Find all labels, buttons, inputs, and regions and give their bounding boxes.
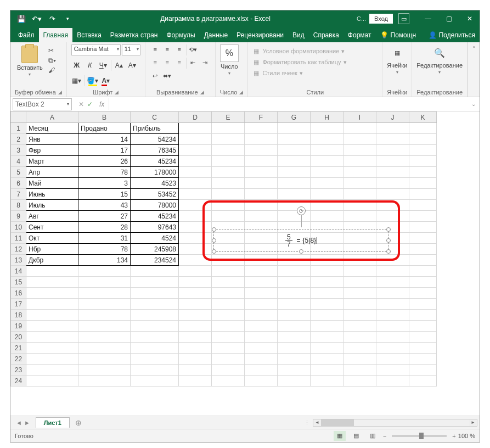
cell[interactable]: [409, 365, 437, 376]
resize-handle[interactable]: [386, 238, 391, 243]
cell[interactable]: [179, 134, 212, 145]
zoom-slider[interactable]: [392, 435, 447, 437]
cell[interactable]: [78, 365, 131, 376]
column-header[interactable]: H: [311, 112, 343, 123]
cell[interactable]: [409, 376, 437, 387]
tab-page-layout[interactable]: Разметка стран: [106, 28, 162, 42]
tab-home[interactable]: Главная: [39, 28, 73, 42]
cell[interactable]: [376, 299, 409, 310]
row-header[interactable]: 2: [11, 134, 26, 145]
cell[interactable]: [245, 299, 278, 310]
cell[interactable]: [212, 343, 245, 354]
maximize-button[interactable]: ▢: [439, 10, 459, 27]
cell[interactable]: [278, 376, 311, 387]
cell[interactable]: [212, 123, 245, 134]
cell[interactable]: [409, 343, 437, 354]
row-header[interactable]: 10: [11, 222, 26, 233]
cell[interactable]: [179, 310, 212, 321]
cell[interactable]: [26, 321, 78, 332]
cell[interactable]: 78: [78, 244, 131, 255]
worksheet-grid[interactable]: ABCDEFGHIJK1МесяцПроданоПрибыль2Янв14542…: [10, 111, 480, 416]
cell[interactable]: [212, 376, 245, 387]
cell[interactable]: [212, 156, 245, 167]
column-header[interactable]: J: [376, 112, 409, 123]
cell[interactable]: [131, 332, 179, 343]
cell[interactable]: [212, 266, 245, 277]
cell[interactable]: Апр: [26, 167, 78, 178]
cell[interactable]: 54234: [131, 134, 179, 145]
cell[interactable]: [245, 343, 278, 354]
cell[interactable]: [179, 255, 212, 266]
cell[interactable]: [78, 376, 131, 387]
cell[interactable]: 17: [78, 145, 131, 156]
cell[interactable]: [409, 123, 437, 134]
cell[interactable]: [311, 123, 343, 134]
fx-icon[interactable]: fx: [99, 100, 104, 108]
cell[interactable]: Июнь: [26, 189, 78, 200]
tab-data[interactable]: Данные: [200, 28, 232, 42]
cell[interactable]: [343, 145, 376, 156]
cell[interactable]: 178000: [131, 167, 179, 178]
cell[interactable]: [179, 200, 212, 211]
enter-icon[interactable]: ✓: [87, 100, 93, 108]
sheet-tab-active[interactable]: Лист1: [36, 417, 70, 428]
column-header[interactable]: D: [179, 112, 212, 123]
cell[interactable]: [212, 321, 245, 332]
cell[interactable]: [311, 200, 343, 211]
cell[interactable]: [278, 189, 311, 200]
cancel-icon[interactable]: ✕: [78, 100, 84, 108]
cell[interactable]: [409, 156, 437, 167]
cell[interactable]: 27: [78, 211, 131, 222]
cell[interactable]: [278, 277, 311, 288]
cell[interactable]: [26, 288, 78, 299]
cell[interactable]: [78, 332, 131, 343]
row-header[interactable]: 22: [11, 354, 26, 365]
cell[interactable]: Дкбр: [26, 255, 78, 266]
cell[interactable]: [179, 376, 212, 387]
cell[interactable]: [311, 299, 343, 310]
row-header[interactable]: 23: [11, 365, 26, 376]
dialog-launcher-icon[interactable]: ◢: [115, 89, 119, 95]
format-as-table-button[interactable]: ▦Форматировать как таблицу▾: [252, 58, 378, 66]
conditional-formatting-button[interactable]: ▦Условное форматирование▾: [252, 47, 378, 55]
cell[interactable]: 3: [78, 178, 131, 189]
font-name-combo[interactable]: Cambria Mat▾: [71, 44, 121, 55]
column-header[interactable]: K: [409, 112, 437, 123]
cell[interactable]: [26, 277, 78, 288]
cell[interactable]: [278, 134, 311, 145]
cell[interactable]: [78, 310, 131, 321]
cell[interactable]: Июль: [26, 200, 78, 211]
number-format-button[interactable]: % Число ▾: [220, 44, 239, 76]
cell[interactable]: [26, 354, 78, 365]
cell[interactable]: Прибыль: [131, 123, 179, 134]
cell[interactable]: 43: [78, 200, 131, 211]
cell[interactable]: [376, 343, 409, 354]
cell[interactable]: [78, 277, 131, 288]
collapse-ribbon-icon[interactable]: ˄: [468, 42, 480, 97]
cell[interactable]: [26, 266, 78, 277]
bold-button[interactable]: Ж: [71, 60, 82, 71]
name-box[interactable]: TextBox 2▾: [13, 98, 72, 110]
cell[interactable]: [245, 332, 278, 343]
cell[interactable]: [376, 211, 409, 222]
cell[interactable]: [78, 354, 131, 365]
cell[interactable]: [343, 277, 376, 288]
underline-button[interactable]: Ч▾: [98, 60, 109, 71]
cell[interactable]: 4523: [131, 178, 179, 189]
cell[interactable]: [343, 332, 376, 343]
cell[interactable]: [245, 288, 278, 299]
cell[interactable]: [278, 266, 311, 277]
cell[interactable]: [343, 288, 376, 299]
font-color-button[interactable]: A▾: [100, 75, 111, 86]
cell[interactable]: Окт: [26, 233, 78, 244]
cell[interactable]: [131, 288, 179, 299]
cell[interactable]: [245, 310, 278, 321]
cell[interactable]: [179, 233, 212, 244]
row-header[interactable]: 13: [11, 255, 26, 266]
cell[interactable]: [311, 288, 343, 299]
resize-handle[interactable]: [212, 249, 216, 254]
cell[interactable]: [179, 189, 212, 200]
cell[interactable]: [376, 145, 409, 156]
italic-button[interactable]: К: [85, 60, 95, 71]
cell[interactable]: [131, 321, 179, 332]
